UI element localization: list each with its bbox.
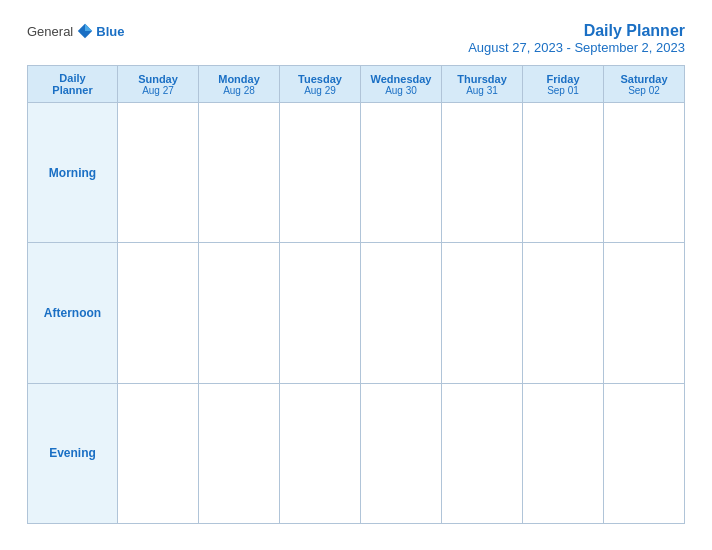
wednesday-name: Wednesday [371,73,432,85]
thursday-date: Aug 31 [466,85,498,96]
thursday-name: Thursday [457,73,507,85]
wednesday-date: Aug 30 [385,85,417,96]
sunday-name: Sunday [138,73,178,85]
morning-row: Morning [28,103,684,243]
evening-thursday[interactable] [442,384,523,523]
header-wednesday: Wednesday Aug 30 [361,66,442,102]
header-friday: Friday Sep 01 [523,66,604,102]
tuesday-date: Aug 29 [304,85,336,96]
afternoon-row: Afternoon [28,243,684,383]
morning-friday[interactable] [523,103,604,242]
header-label-daily: Daily [59,72,85,84]
logo-blue: Blue [96,24,124,39]
header-monday: Monday Aug 28 [199,66,280,102]
morning-sunday[interactable] [118,103,199,242]
planner-dates: August 27, 2023 - September 2, 2023 [468,40,685,55]
header-thursday: Thursday Aug 31 [442,66,523,102]
evening-monday[interactable] [199,384,280,523]
header-tuesday: Tuesday Aug 29 [280,66,361,102]
svg-marker-1 [85,24,92,31]
logo-general: General [27,24,73,39]
friday-date: Sep 01 [547,85,579,96]
header-label-planner: Planner [52,84,92,96]
evening-row: Evening [28,384,684,523]
monday-date: Aug 28 [223,85,255,96]
afternoon-wednesday[interactable] [361,243,442,382]
saturday-name: Saturday [620,73,667,85]
logo-area: General Blue [27,22,124,40]
evening-label: Evening [28,384,118,523]
morning-thursday[interactable] [442,103,523,242]
tuesday-name: Tuesday [298,73,342,85]
calendar-body: Morning Afternoon [28,103,684,523]
evening-sunday[interactable] [118,384,199,523]
logo-text: General Blue [27,22,124,40]
afternoon-friday[interactable] [523,243,604,382]
friday-name: Friday [546,73,579,85]
evening-tuesday[interactable] [280,384,361,523]
evening-wednesday[interactable] [361,384,442,523]
calendar: Daily Planner Sunday Aug 27 Monday Aug 2… [27,65,685,524]
afternoon-thursday[interactable] [442,243,523,382]
monday-name: Monday [218,73,260,85]
morning-wednesday[interactable] [361,103,442,242]
saturday-date: Sep 02 [628,85,660,96]
afternoon-sunday[interactable] [118,243,199,382]
morning-tuesday[interactable] [280,103,361,242]
calendar-header-row: Daily Planner Sunday Aug 27 Monday Aug 2… [28,66,684,103]
evening-saturday[interactable] [604,384,684,523]
morning-label: Morning [28,103,118,242]
evening-friday[interactable] [523,384,604,523]
sunday-date: Aug 27 [142,85,174,96]
afternoon-tuesday[interactable] [280,243,361,382]
morning-saturday[interactable] [604,103,684,242]
afternoon-saturday[interactable] [604,243,684,382]
afternoon-label: Afternoon [28,243,118,382]
afternoon-monday[interactable] [199,243,280,382]
planner-page: General Blue Daily Planner August 27, 20… [11,10,701,540]
planner-title: Daily Planner [468,22,685,40]
header-sunday: Sunday Aug 27 [118,66,199,102]
logo-icon [76,22,94,40]
morning-monday[interactable] [199,103,280,242]
header-label-cell: Daily Planner [28,66,118,102]
header-saturday: Saturday Sep 02 [604,66,684,102]
title-area: Daily Planner August 27, 2023 - Septembe… [468,22,685,55]
header: General Blue Daily Planner August 27, 20… [27,22,685,55]
